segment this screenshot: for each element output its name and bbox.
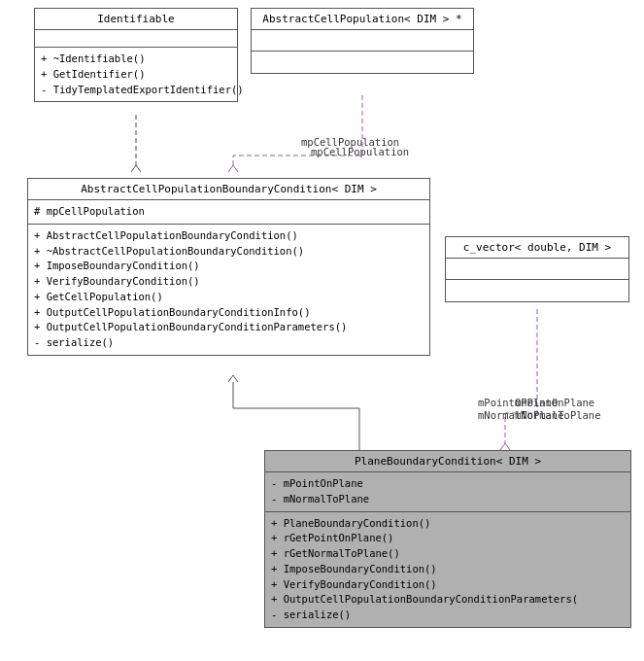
uml-diagram: Identifiable + ~Identifiable() + GetIden… bbox=[0, 0, 644, 661]
pbc-method-4: + ImposeBoundaryCondition() bbox=[271, 562, 625, 577]
identifiable-section2: + ~Identifiable() + GetIdentifier() - Ti… bbox=[35, 48, 237, 101]
identifiable-box: Identifiable + ~Identifiable() + GetIden… bbox=[34, 8, 238, 102]
identifiable-title: Identifiable bbox=[35, 9, 237, 30]
abc-method-3: + ImposeBoundaryCondition() bbox=[34, 259, 424, 274]
abstract-boundary-condition-title: AbstractCellPopulationBoundaryCondition<… bbox=[28, 179, 429, 200]
abstract-boundary-condition-section2: + AbstractCellPopulationBoundaryConditio… bbox=[28, 225, 429, 355]
plane-boundary-condition-box: PlaneBoundaryCondition< DIM > - mPointOn… bbox=[264, 450, 631, 628]
association-arrow-acp bbox=[233, 95, 362, 172]
association-arrowhead-cvector bbox=[500, 443, 510, 450]
abc-field-1: # mpCellPopulation bbox=[34, 204, 424, 220]
abstract-cell-population-section1 bbox=[252, 30, 473, 52]
abstract-cell-population-title: AbstractCellPopulation< DIM > * bbox=[252, 9, 473, 30]
label-mp-cell-population-2: mpCellPopulation bbox=[311, 146, 409, 157]
pbc-method-3: + rGetNormalToPlane() bbox=[271, 546, 625, 562]
pbc-field-2: - mNormalToPlane bbox=[271, 492, 625, 507]
association-arrow-cvector bbox=[505, 309, 537, 450]
identifiable-method-1: + ~Identifiable() bbox=[41, 52, 231, 67]
inheritance-arrowhead-pbc bbox=[228, 375, 238, 382]
pbc-method-1: + PlaneBoundaryCondition() bbox=[271, 516, 625, 532]
abc-method-1: + AbstractCellPopulationBoundaryConditio… bbox=[34, 228, 424, 244]
abc-method-6: + OutputCellPopulationBoundaryConditionI… bbox=[34, 305, 424, 321]
inheritance-arrowhead-identifiable bbox=[131, 165, 141, 172]
abstract-cell-population-section2 bbox=[252, 52, 473, 73]
abc-method-2: + ~AbstractCellPopulationBoundaryConditi… bbox=[34, 244, 424, 260]
plane-boundary-condition-section1: - mPointOnPlane - mNormalToPlane bbox=[265, 472, 630, 512]
abc-method-4: + VerifyBoundaryCondition() bbox=[34, 274, 424, 290]
abc-method-5: + GetCellPopulation() bbox=[34, 290, 424, 305]
c-vector-section1 bbox=[446, 259, 628, 280]
pbc-method-5: + VerifyBoundaryCondition() bbox=[271, 577, 625, 593]
c-vector-section2 bbox=[446, 280, 628, 301]
abstract-boundary-condition-section1: # mpCellPopulation bbox=[28, 200, 429, 225]
identifiable-method-3: - TidyTemplatedExportIdentifier() bbox=[41, 83, 231, 98]
c-vector-box: c_vector< double, DIM > bbox=[445, 236, 629, 302]
pbc-field-1: - mPointOnPlane bbox=[271, 476, 625, 492]
pbc-method-6: + OutputCellPopulationBoundaryConditionP… bbox=[271, 592, 625, 608]
abc-method-8: - serialize() bbox=[34, 335, 424, 351]
label-mp-on-plane: mPointOnPlane bbox=[515, 397, 594, 408]
pbc-method-2: + rGetPointOnPlane() bbox=[271, 531, 625, 546]
association-arrowhead-acp bbox=[228, 165, 238, 172]
abc-method-7: + OutputCellPopulationBoundaryConditionP… bbox=[34, 320, 424, 335]
label-m-normal: mNormalToPlane bbox=[515, 409, 601, 421]
c-vector-title: c_vector< double, DIM > bbox=[446, 237, 628, 259]
abstract-cell-population-box: AbstractCellPopulation< DIM > * bbox=[251, 8, 474, 74]
abstract-boundary-condition-box: AbstractCellPopulationBoundaryCondition<… bbox=[27, 178, 430, 356]
identifiable-method-2: + GetIdentifier() bbox=[41, 67, 231, 83]
inheritance-arrow-pbc bbox=[233, 382, 359, 450]
identifiable-section1 bbox=[35, 30, 237, 48]
pbc-method-7: - serialize() bbox=[271, 608, 625, 623]
plane-boundary-condition-title: PlaneBoundaryCondition< DIM > bbox=[265, 451, 630, 472]
plane-boundary-condition-section2: + PlaneBoundaryCondition() + rGetPointOn… bbox=[265, 512, 630, 627]
